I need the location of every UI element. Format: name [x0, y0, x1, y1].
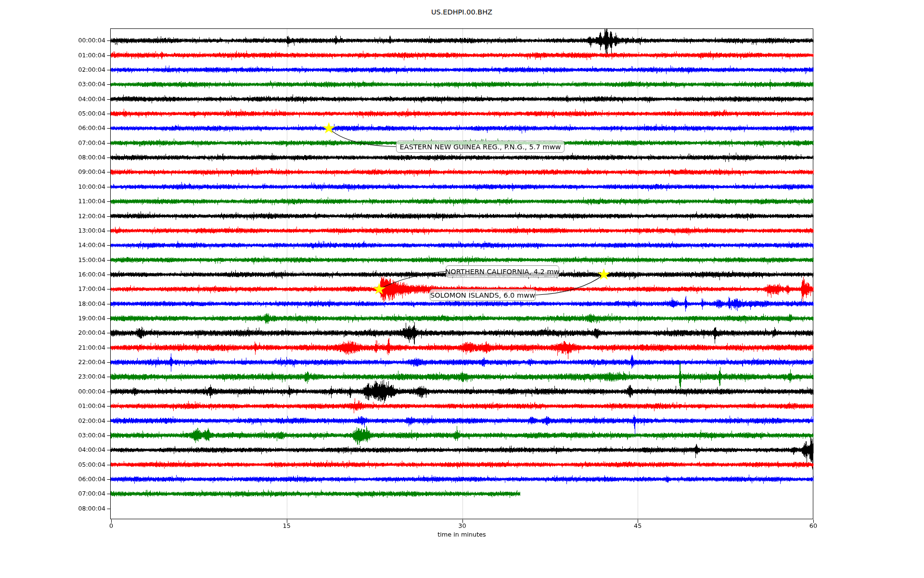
y-tick-label: 21:00:04: [0, 344, 105, 352]
y-tick-label: 06:00:04: [0, 124, 105, 132]
y-tick-label: 09:00:04: [0, 168, 105, 176]
y-tick-label: 12:00:04: [0, 212, 105, 220]
y-tick-label: 08:00:04: [0, 505, 105, 512]
y-tick-label: 02:00:04: [0, 66, 105, 74]
y-tick-label: 04:00:04: [0, 95, 105, 103]
y-tick-label: 00:00:04: [0, 37, 105, 44]
y-tick-label: 20:00:04: [0, 329, 105, 337]
x-tick-label: 45: [634, 522, 642, 529]
x-tick-label: 15: [283, 522, 291, 529]
x-axis-title: time in minutes: [110, 531, 813, 538]
y-tick-label: 11:00:04: [0, 197, 105, 205]
y-tick-label: 05:00:04: [0, 110, 105, 118]
y-tick-label: 16:00:04: [0, 271, 105, 278]
y-tick-label: 17:00:04: [0, 285, 105, 293]
event-annotation-label: EASTERN NEW GUINEA REG., P.N.G., 5.7 mww: [396, 141, 565, 153]
y-tick-label: 07:00:04: [0, 139, 105, 147]
y-tick-label: 10:00:04: [0, 183, 105, 191]
y-tick-label: 22:00:04: [0, 358, 105, 366]
y-tick-label: 03:00:04: [0, 80, 105, 88]
y-tick-label: 01:00:04: [0, 52, 105, 59]
event-annotation-label: SOLOMON ISLANDS, 6.0 mww: [430, 289, 536, 301]
y-tick-label: 06:00:04: [0, 475, 105, 483]
y-tick-label: 14:00:04: [0, 241, 105, 249]
x-tick-label: 60: [809, 522, 817, 529]
y-tick-label: 08:00:04: [0, 154, 105, 161]
y-tick-label: 00:00:04: [0, 388, 105, 395]
y-tick-label: 13:00:04: [0, 227, 105, 235]
y-tick-label: 05:00:04: [0, 461, 105, 469]
y-tick-label: 19:00:04: [0, 315, 105, 322]
y-tick-label: 23:00:04: [0, 373, 105, 381]
y-tick-label: 15:00:04: [0, 256, 105, 264]
y-tick-label: 18:00:04: [0, 300, 105, 308]
y-tick-label: 07:00:04: [0, 490, 105, 498]
seismogram-figure: US.EDHPI.00.BHZ 00:00:0401:00:0402:00:04…: [0, 0, 924, 578]
y-tick-label: 04:00:04: [0, 446, 105, 454]
y-tick-label: 01:00:04: [0, 402, 105, 410]
x-tick-label: 0: [109, 522, 113, 529]
x-tick-label: 30: [458, 522, 466, 529]
y-tick-label: 03:00:04: [0, 432, 105, 439]
y-tick-label: 02:00:04: [0, 417, 105, 425]
event-annotation-label: NORTHERN CALIFORNIA, 4.2 mw: [446, 265, 559, 277]
